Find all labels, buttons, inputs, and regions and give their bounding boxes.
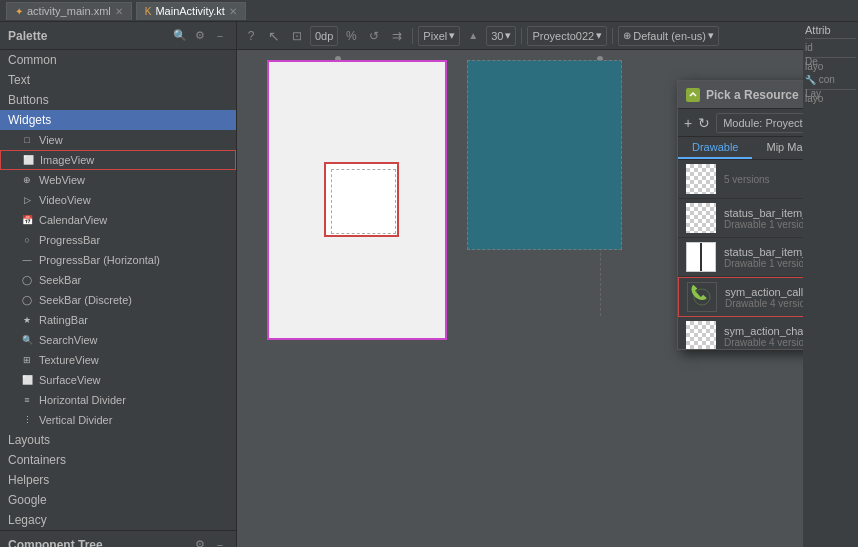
resource-info-status5: 5 versions: [724, 174, 803, 185]
palette-item-calendarview[interactable]: 📅 CalendarView: [0, 210, 236, 230]
toolbar-sep-1: [412, 28, 413, 44]
title-bar: ✦ activity_main.xml ✕ K MainActivity.kt …: [0, 0, 858, 22]
dialog-module-label: Module: Proyecto022...: [723, 117, 803, 129]
resource-meta-call: Drawable 4 versions: [725, 298, 803, 309]
palette-category-common[interactable]: Common: [0, 50, 236, 70]
dialog-add-button[interactable]: +: [684, 115, 692, 131]
resource-name-call: sym_action_call: [725, 286, 803, 298]
palette-category-widgets[interactable]: Widgets: [0, 110, 236, 130]
palette-item-surfaceview[interactable]: ⬜ SurfaceView: [0, 370, 236, 390]
toolbar-project-dropdown[interactable]: Proyecto022 ▾: [527, 26, 607, 46]
resource-thumb-call: [687, 282, 717, 312]
palette-item-view-label: View: [39, 134, 63, 146]
resource-name-chat: sym_action_chat: [724, 325, 803, 337]
palette-item-seekbar-discrete[interactable]: ◯ SeekBar (Discrete): [0, 290, 236, 310]
h-divider-icon: ≡: [20, 393, 34, 407]
project-label: Proyecto022: [532, 30, 594, 42]
resource-item-call[interactable]: sym_action_call Drawable 4 versions: [678, 277, 803, 317]
toolbar-up-icon[interactable]: ▲: [463, 26, 483, 46]
palette-category-containers[interactable]: Containers: [0, 450, 236, 470]
tab-mainactivity-kt[interactable]: K MainActivity.kt ✕: [136, 2, 246, 20]
palette-item-progressbar-h[interactable]: — ProgressBar (Horizontal): [0, 250, 236, 270]
palette-item-seekbar[interactable]: ◯ SeekBar: [0, 270, 236, 290]
resource-item-app-bg[interactable]: status_bar_item_app_background Drawable …: [678, 199, 803, 238]
dialog-refresh-button[interactable]: ↻: [698, 115, 710, 131]
toolbar-thirty-dropdown[interactable]: 30 ▾: [486, 26, 516, 46]
resource-thumb-item-bg: [686, 242, 716, 272]
component-tree-header: Component Tree ⚙ −: [0, 531, 236, 547]
component-tree-gear-icon[interactable]: ⚙: [192, 537, 208, 548]
resource-item-status5[interactable]: 5 versions: [678, 160, 803, 199]
resource-item-chat[interactable]: sym_action_chat Drawable 4 versions: [678, 317, 803, 349]
textureview-icon: ⊞: [20, 353, 34, 367]
palette-category-google[interactable]: Google: [0, 490, 236, 510]
toolbar-arrow-icon[interactable]: ↖: [264, 26, 284, 46]
minimize-icon[interactable]: −: [212, 28, 228, 44]
dialog-tab-mipmap[interactable]: Mip Map: [752, 137, 803, 159]
palette-title: Palette: [8, 29, 47, 43]
v-divider-icon: ⋮: [20, 413, 34, 427]
search-icon[interactable]: 🔍: [172, 28, 188, 44]
progressbar-icon: ○: [20, 233, 34, 247]
toolbar-refresh-icon[interactable]: ↺: [364, 26, 384, 46]
searchview-icon: 🔍: [20, 333, 34, 347]
tab-activity-main-xml[interactable]: ✦ activity_main.xml ✕: [6, 2, 132, 20]
android-icon-svg: [687, 89, 699, 101]
palette-item-textureview[interactable]: ⊞ TextureView: [0, 350, 236, 370]
inner-imageview-dashed: [331, 169, 396, 234]
toolbar-help-icon[interactable]: ?: [241, 26, 261, 46]
palette-section: Palette 🔍 ⚙ − Common Text Buttons Widget…: [0, 22, 236, 530]
progressbar-h-icon: —: [20, 253, 34, 267]
attributes-title: Attrib: [805, 24, 831, 36]
palette-category-layouts[interactable]: Layouts: [0, 430, 236, 450]
resource-info-chat: sym_action_chat Drawable 4 versions: [724, 325, 803, 348]
palette-item-imageview[interactable]: ⬜ ImageView: [0, 150, 236, 170]
palette-item-ratingbar[interactable]: ★ RatingBar: [0, 310, 236, 330]
kt-icon: K: [145, 6, 152, 17]
tab-close-activity-main[interactable]: ✕: [115, 6, 123, 17]
palette-category-text[interactable]: Text: [0, 70, 236, 90]
ratingbar-icon: ★: [20, 313, 34, 327]
palette-category-legacy[interactable]: Legacy: [0, 510, 236, 530]
videoview-icon: ▷: [20, 193, 34, 207]
component-tree-section: Component Tree ⚙ − ▼ C ConstraintLayout …: [0, 530, 236, 547]
pixel-label: Pixel: [423, 30, 447, 42]
attrib-layo2-label: layo: [805, 93, 823, 104]
editor-area: ? ↖ ⊡ 0dp % ↺ ⇉ Pixel ▾ ▲ 30 ▾ Proyecto0…: [237, 22, 803, 547]
palette-category-helpers[interactable]: Helpers: [0, 470, 236, 490]
toolbar-percent-icon[interactable]: %: [341, 26, 361, 46]
dialog-title-icon: [686, 88, 700, 102]
call-svg: [690, 285, 714, 309]
toolbar-zoom-input[interactable]: 0dp: [310, 26, 338, 46]
palette-item-progressbar[interactable]: ○ ProgressBar: [0, 230, 236, 250]
resource-meta-status5: 5 versions: [724, 174, 803, 185]
resource-item-item-bg[interactable]: status_bar_item_background Drawable 1 ve…: [678, 238, 803, 277]
inner-imageview-frame[interactable]: [324, 162, 399, 237]
resource-meta-app-bg: Drawable 1 version: [724, 219, 803, 230]
palette-item-view[interactable]: □ View: [0, 130, 236, 150]
toolbar-design-icon[interactable]: ⊡: [287, 26, 307, 46]
dialog-tabs: Drawable Mip Map: [678, 137, 803, 160]
toolbar-locale-dropdown[interactable]: ⊕ Default (en-us) ▾: [618, 26, 719, 46]
webview-icon: ⊕: [20, 173, 34, 187]
palette-item-h-divider[interactable]: ≡ Horizontal Divider: [0, 390, 236, 410]
palette-item-searchview[interactable]: 🔍 SearchView: [0, 330, 236, 350]
gear-icon[interactable]: ⚙: [192, 28, 208, 44]
palette-item-seekbar-label: SeekBar: [39, 274, 81, 286]
dialog-module-select[interactable]: Module: Proyecto022... ▾: [716, 113, 803, 133]
palette-item-videoview[interactable]: ▷ VideoView: [0, 190, 236, 210]
component-tree-minimize-icon[interactable]: −: [212, 537, 228, 548]
pixel-chevron-icon: ▾: [449, 29, 455, 42]
toolbar-wand-icon[interactable]: ⇉: [387, 26, 407, 46]
tab-close-mainactivity[interactable]: ✕: [229, 6, 237, 17]
palette-category-buttons[interactable]: Buttons: [0, 90, 236, 110]
toolbar-pixel-dropdown[interactable]: Pixel ▾: [418, 26, 460, 46]
palette-item-v-divider[interactable]: ⋮ Vertical Divider: [0, 410, 236, 430]
palette-item-imageview-label: ImageView: [40, 154, 94, 166]
phone-frame-2: [467, 60, 622, 250]
palette-item-webview[interactable]: ⊕ WebView: [0, 170, 236, 190]
attrib-id-label: id: [805, 42, 813, 53]
palette-header: Palette 🔍 ⚙ −: [0, 22, 236, 50]
dialog-tab-drawable[interactable]: Drawable: [678, 137, 752, 159]
attributes-panel: Attrib id De layo 🔧 con Lay layo: [803, 22, 858, 547]
